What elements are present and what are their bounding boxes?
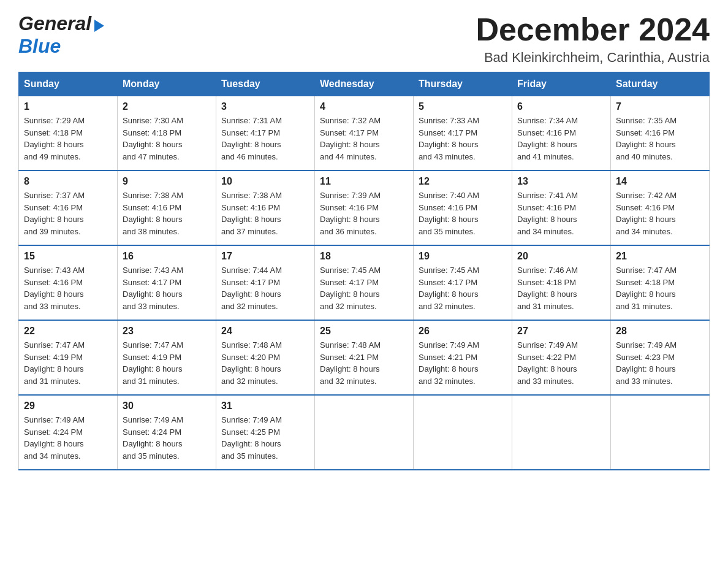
calendar-cell [512, 395, 611, 470]
day-info: Sunrise: 7:43 AMSunset: 4:16 PMDaylight:… [24, 266, 85, 311]
day-number: 20 [517, 251, 605, 262]
calendar-week-5: 29 Sunrise: 7:49 AMSunset: 4:24 PMDaylig… [19, 395, 710, 470]
day-info: Sunrise: 7:38 AMSunset: 4:16 PMDaylight:… [221, 191, 282, 236]
calendar-cell: 11 Sunrise: 7:39 AMSunset: 4:16 PMDaylig… [315, 170, 414, 245]
calendar-cell: 7 Sunrise: 7:35 AMSunset: 4:16 PMDayligh… [611, 96, 710, 171]
calendar-cell: 13 Sunrise: 7:41 AMSunset: 4:16 PMDaylig… [512, 170, 611, 245]
day-info: Sunrise: 7:47 AMSunset: 4:18 PMDaylight:… [616, 266, 677, 311]
day-number: 3 [221, 101, 309, 112]
day-info: Sunrise: 7:49 AMSunset: 4:21 PMDaylight:… [419, 340, 479, 386]
day-number: 27 [517, 326, 605, 337]
calendar-cell: 2 Sunrise: 7:30 AMSunset: 4:18 PMDayligh… [118, 96, 216, 171]
day-info: Sunrise: 7:33 AMSunset: 4:17 PMDaylight:… [419, 116, 479, 161]
day-number: 14 [616, 176, 704, 187]
day-number: 21 [616, 251, 704, 262]
day-info: Sunrise: 7:47 AMSunset: 4:19 PMDaylight:… [24, 340, 85, 386]
day-number: 9 [123, 176, 211, 187]
day-info: Sunrise: 7:37 AMSunset: 4:16 PMDaylight:… [24, 191, 85, 236]
logo-general-text: General [18, 12, 91, 35]
month-title: December 2024 [476, 12, 710, 47]
day-number: 18 [320, 251, 408, 262]
calendar-cell: 17 Sunrise: 7:44 AMSunset: 4:17 PMDaylig… [216, 245, 315, 320]
calendar-cell: 28 Sunrise: 7:49 AMSunset: 4:23 PMDaylig… [611, 320, 710, 395]
day-number: 16 [123, 251, 211, 262]
calendar-cell: 30 Sunrise: 7:49 AMSunset: 4:24 PMDaylig… [118, 395, 216, 470]
calendar-cell: 18 Sunrise: 7:45 AMSunset: 4:17 PMDaylig… [315, 245, 414, 320]
day-info: Sunrise: 7:47 AMSunset: 4:19 PMDaylight:… [123, 340, 183, 386]
calendar-cell: 31 Sunrise: 7:49 AMSunset: 4:25 PMDaylig… [216, 395, 315, 470]
calendar-cell: 9 Sunrise: 7:38 AMSunset: 4:16 PMDayligh… [118, 170, 216, 245]
weekday-header-row: SundayMondayTuesdayWednesdayThursdayFrid… [19, 72, 710, 96]
day-info: Sunrise: 7:41 AMSunset: 4:16 PMDaylight:… [517, 191, 578, 236]
day-number: 30 [123, 400, 211, 412]
day-info: Sunrise: 7:34 AMSunset: 4:16 PMDaylight:… [517, 116, 578, 161]
calendar-cell: 27 Sunrise: 7:49 AMSunset: 4:22 PMDaylig… [512, 320, 611, 395]
day-number: 17 [221, 251, 309, 262]
calendar-cell [611, 395, 710, 470]
day-info: Sunrise: 7:49 AMSunset: 4:24 PMDaylight:… [24, 415, 85, 461]
calendar-cell: 24 Sunrise: 7:48 AMSunset: 4:20 PMDaylig… [216, 320, 315, 395]
day-info: Sunrise: 7:38 AMSunset: 4:16 PMDaylight:… [123, 191, 183, 236]
calendar-cell: 5 Sunrise: 7:33 AMSunset: 4:17 PMDayligh… [414, 96, 512, 171]
weekday-header-tuesday: Tuesday [216, 72, 315, 96]
day-info: Sunrise: 7:48 AMSunset: 4:21 PMDaylight:… [320, 340, 381, 386]
day-info: Sunrise: 7:42 AMSunset: 4:16 PMDaylight:… [616, 191, 677, 236]
day-info: Sunrise: 7:49 AMSunset: 4:24 PMDaylight:… [123, 415, 183, 461]
day-number: 1 [24, 101, 112, 112]
calendar-week-3: 15 Sunrise: 7:43 AMSunset: 4:16 PMDaylig… [19, 245, 710, 320]
day-info: Sunrise: 7:45 AMSunset: 4:17 PMDaylight:… [320, 266, 381, 311]
weekday-header-friday: Friday [512, 72, 611, 96]
day-number: 5 [419, 101, 507, 112]
day-number: 10 [221, 176, 309, 187]
day-number: 7 [616, 101, 704, 112]
day-number: 15 [24, 251, 112, 262]
day-info: Sunrise: 7:35 AMSunset: 4:16 PMDaylight:… [616, 116, 677, 161]
weekday-header-saturday: Saturday [611, 72, 710, 96]
calendar-cell: 16 Sunrise: 7:43 AMSunset: 4:17 PMDaylig… [118, 245, 216, 320]
weekday-header-thursday: Thursday [414, 72, 512, 96]
day-info: Sunrise: 7:43 AMSunset: 4:17 PMDaylight:… [123, 266, 183, 311]
calendar-week-1: 1 Sunrise: 7:29 AMSunset: 4:18 PMDayligh… [19, 96, 710, 171]
weekday-header-monday: Monday [118, 72, 216, 96]
calendar-table: SundayMondayTuesdayWednesdayThursdayFrid… [18, 72, 710, 470]
day-number: 24 [221, 326, 309, 337]
day-info: Sunrise: 7:49 AMSunset: 4:25 PMDaylight:… [221, 415, 282, 461]
calendar-week-2: 8 Sunrise: 7:37 AMSunset: 4:16 PMDayligh… [19, 170, 710, 245]
day-number: 26 [419, 326, 507, 337]
day-number: 29 [24, 400, 112, 412]
day-info: Sunrise: 7:29 AMSunset: 4:18 PMDaylight:… [24, 116, 85, 161]
day-info: Sunrise: 7:44 AMSunset: 4:17 PMDaylight:… [221, 266, 282, 311]
calendar-body: 1 Sunrise: 7:29 AMSunset: 4:18 PMDayligh… [19, 96, 710, 470]
day-info: Sunrise: 7:46 AMSunset: 4:18 PMDaylight:… [517, 266, 578, 311]
calendar-cell: 10 Sunrise: 7:38 AMSunset: 4:16 PMDaylig… [216, 170, 315, 245]
calendar-cell: 29 Sunrise: 7:49 AMSunset: 4:24 PMDaylig… [19, 395, 118, 470]
weekday-header-sunday: Sunday [19, 72, 118, 96]
calendar-cell: 20 Sunrise: 7:46 AMSunset: 4:18 PMDaylig… [512, 245, 611, 320]
calendar-cell: 12 Sunrise: 7:40 AMSunset: 4:16 PMDaylig… [414, 170, 512, 245]
page-header: General Blue December 2024 Bad Kleinkirc… [18, 12, 710, 66]
calendar-cell: 3 Sunrise: 7:31 AMSunset: 4:17 PMDayligh… [216, 96, 315, 171]
day-number: 28 [616, 326, 704, 337]
day-number: 12 [419, 176, 507, 187]
calendar-cell [315, 395, 414, 470]
day-info: Sunrise: 7:49 AMSunset: 4:22 PMDaylight:… [517, 340, 578, 386]
logo: General Blue [18, 12, 104, 58]
title-block: December 2024 Bad Kleinkirchheim, Carint… [476, 12, 710, 66]
day-info: Sunrise: 7:40 AMSunset: 4:16 PMDaylight:… [419, 191, 479, 236]
day-info: Sunrise: 7:31 AMSunset: 4:17 PMDaylight:… [221, 116, 282, 161]
day-info: Sunrise: 7:45 AMSunset: 4:17 PMDaylight:… [419, 266, 479, 311]
calendar-cell: 6 Sunrise: 7:34 AMSunset: 4:16 PMDayligh… [512, 96, 611, 171]
day-info: Sunrise: 7:48 AMSunset: 4:20 PMDaylight:… [221, 340, 282, 386]
calendar-cell: 4 Sunrise: 7:32 AMSunset: 4:17 PMDayligh… [315, 96, 414, 171]
day-info: Sunrise: 7:32 AMSunset: 4:17 PMDaylight:… [320, 116, 381, 161]
day-info: Sunrise: 7:39 AMSunset: 4:16 PMDaylight:… [320, 191, 381, 236]
day-number: 31 [221, 400, 309, 412]
weekday-header-wednesday: Wednesday [315, 72, 414, 96]
day-number: 25 [320, 326, 408, 337]
calendar-week-4: 22 Sunrise: 7:47 AMSunset: 4:19 PMDaylig… [19, 320, 710, 395]
day-number: 6 [517, 101, 605, 112]
day-number: 4 [320, 101, 408, 112]
calendar-cell: 19 Sunrise: 7:45 AMSunset: 4:17 PMDaylig… [414, 245, 512, 320]
calendar-cell: 1 Sunrise: 7:29 AMSunset: 4:18 PMDayligh… [19, 96, 118, 171]
calendar-cell: 26 Sunrise: 7:49 AMSunset: 4:21 PMDaylig… [414, 320, 512, 395]
